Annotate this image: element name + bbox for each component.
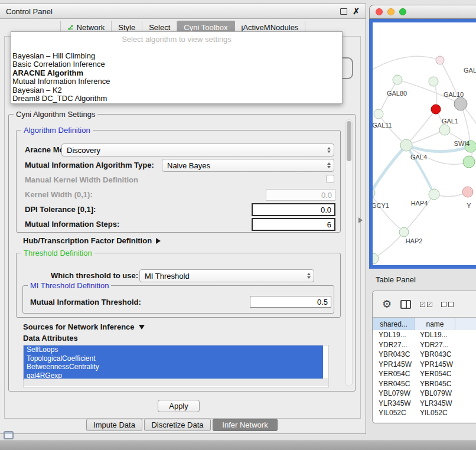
table-cell: YBR045C — [373, 380, 415, 388]
network-node[interactable] — [462, 187, 473, 197]
combo-arrows-icon — [327, 147, 331, 153]
network-node-label: HAP4 — [411, 200, 428, 207]
columns-icon[interactable] — [400, 300, 411, 309]
table-cell: YLR345W — [415, 399, 455, 407]
table-row[interactable]: YDL19...YDL19...13 — [373, 330, 476, 340]
manual-kernel-checkbox[interactable] — [326, 175, 334, 183]
table-cell: 9. — [455, 399, 476, 407]
algorithm-option[interactable]: ARACNE Algorithm — [12, 69, 341, 77]
table-row[interactable]: YER054CYER054C8. — [373, 369, 476, 379]
network-node[interactable] — [374, 109, 383, 119]
settings-scrollbar[interactable] — [345, 119, 353, 386]
which-threshold-select[interactable]: MI Threshold — [139, 269, 314, 282]
select-all-columns-icon[interactable]: ✓ ✓ — [420, 302, 432, 307]
scrollbar-thumb[interactable] — [347, 121, 351, 161]
column-header-extra[interactable] — [455, 318, 476, 331]
table-cell: YPR145W — [373, 360, 415, 369]
table-row[interactable]: YLR345WYLR345W9. — [373, 399, 476, 409]
close-traffic-button[interactable] — [376, 8, 383, 15]
control-panel-window: Control Panel ✗ Network Style Select — [0, 4, 366, 434]
settings-gear-icon[interactable]: ⚙ — [382, 299, 392, 309]
minimize-traffic-button[interactable] — [387, 8, 395, 15]
close-icon[interactable]: ✗ — [353, 7, 360, 15]
network-edge — [406, 130, 445, 145]
minimized-panel-icon[interactable] — [4, 431, 14, 439]
table-row[interactable]: YPR145WYPR145W9. — [373, 360, 476, 370]
network-node[interactable] — [400, 139, 412, 151]
attribute-item[interactable]: BetweennessCentrality — [24, 363, 323, 371]
table-row[interactable]: YBR043CYBR043C — [373, 350, 476, 360]
tab-discretize-data[interactable]: Discretize Data — [144, 419, 211, 431]
table-panel-window: ⚙ ✓ ✓ shared... name YDL19...YDL19...13Y… — [372, 291, 476, 423]
mi-threshold-group-title: MI Threshold Definition — [28, 281, 111, 290]
network-node[interactable] — [463, 156, 475, 168]
table-cell: YER054C — [373, 370, 415, 378]
tab-label: Select — [149, 23, 170, 32]
apply-button[interactable]: Apply — [158, 400, 200, 412]
attribute-item[interactable]: TopologicalCoefficient — [24, 354, 323, 363]
network-graph[interactable]: GALGAL80GAL10GAL11GAL1SWI4GAL4GCY1HAP4YH… — [373, 22, 476, 265]
network-node-label: GAL1 — [442, 118, 458, 125]
network-node[interactable] — [393, 75, 402, 84]
table-cell: YBR043C — [373, 350, 415, 358]
attribute-item[interactable]: SelfLoops — [24, 345, 323, 354]
mi-threshold-field[interactable]: 0.5 — [250, 296, 331, 308]
network-canvas[interactable]: GALGAL80GAL10GAL11GAL1SWI4GAL4GCY1HAP4YH… — [373, 22, 476, 265]
network-node[interactable] — [454, 97, 467, 110]
column-header-name[interactable]: name — [415, 318, 455, 331]
table-cell: YIL052C — [373, 409, 415, 417]
threshold-definition-title: Threshold Definition — [21, 249, 94, 257]
deselect-all-columns-icon[interactable] — [441, 302, 454, 307]
dpi-tolerance-field[interactable]: 0.0 — [252, 203, 335, 216]
table-cell: YPR145W — [415, 360, 455, 369]
float-window-icon[interactable] — [340, 8, 347, 15]
table-row[interactable]: YBL079WYBL079W — [373, 389, 476, 399]
network-node[interactable] — [373, 188, 375, 198]
algorithm-option[interactable]: Dream8 DC_TDC Algorithm — [12, 94, 341, 103]
tab-label: Infer Network — [222, 420, 268, 429]
splitter-handle[interactable] — [358, 217, 363, 223]
table-row[interactable]: YIL052CYIL052C — [373, 408, 476, 418]
horizontal-scrollbar[interactable] — [24, 379, 328, 386]
table-cell: YDL19... — [415, 331, 455, 339]
table-cell: YER054C — [415, 370, 455, 378]
mi-steps-field[interactable]: 6 — [252, 218, 335, 231]
data-attributes-list[interactable]: SelfLoopsTopologicalCoefficientBetweenne… — [23, 345, 329, 387]
network-node[interactable] — [399, 227, 409, 237]
window-buttons: ✗ — [340, 7, 360, 15]
network-node[interactable] — [439, 125, 450, 135]
tab-label: Impute Data — [93, 420, 135, 429]
network-window-titlebar[interactable] — [369, 5, 476, 19]
which-threshold-label: Which threshold to use: — [51, 272, 138, 280]
network-node[interactable] — [436, 56, 444, 64]
kernel-width-field[interactable]: 0.0 — [266, 189, 335, 201]
tab-impute-data[interactable]: Impute Data — [86, 419, 142, 431]
zoom-traffic-button[interactable] — [399, 8, 406, 15]
algorithm-option[interactable]: Basic Correlation Inference — [12, 60, 341, 69]
threshold-definition-group: Threshold Definition Which threshold to … — [16, 253, 341, 318]
column-header-shared[interactable]: shared... — [373, 318, 415, 331]
algorithm-option[interactable]: Bayesian – Hill Climbing — [12, 52, 341, 60]
hub-definition-expander[interactable]: Hub/Transcription Factor Definition — [23, 236, 161, 245]
control-panel-titlebar[interactable]: Control Panel ✗ — [0, 4, 366, 19]
kernel-width-label: Kernel Width (0,1): — [25, 191, 93, 199]
aracne-mode-select[interactable]: Discovery — [61, 144, 334, 156]
dpi-tolerance-label: DPI Tolerance [0,1]: — [25, 206, 96, 214]
network-node[interactable] — [431, 105, 441, 114]
empty-box-icon — [448, 302, 454, 307]
tab-label: Network — [77, 23, 105, 32]
table-row[interactable]: YBR045CYBR045C2. — [373, 379, 476, 389]
network-node[interactable] — [373, 253, 379, 264]
table-cell: 9. — [455, 360, 476, 369]
algorithm-option[interactable]: Bayesian – K2 — [12, 86, 341, 94]
algorithm-option[interactable]: Mutual Information Inference — [12, 77, 341, 86]
table-cell: 12 — [455, 341, 476, 349]
table-row[interactable]: YDR27...YDR27...12 — [373, 340, 476, 350]
network-node[interactable] — [429, 189, 439, 200]
sources-expander[interactable]: Sources for Network Inference — [23, 322, 145, 331]
network-node[interactable] — [429, 77, 438, 86]
network-edge — [373, 232, 404, 259]
mi-type-select[interactable]: Naive Bayes — [162, 159, 334, 172]
tab-infer-network[interactable]: Infer Network — [213, 419, 278, 431]
network-node-label: GCY1 — [373, 202, 389, 209]
